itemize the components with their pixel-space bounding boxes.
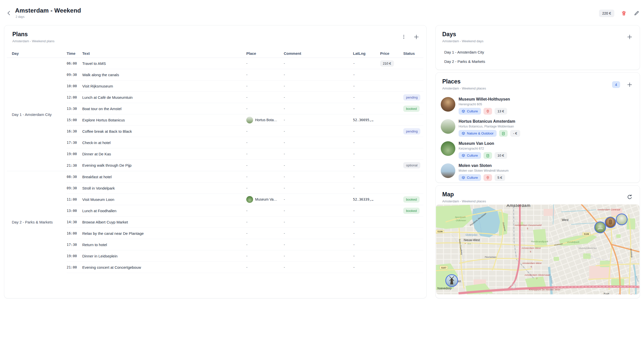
day-list-item[interactable]: Day 2 - Parks & Markets — [440, 57, 635, 66]
days-subtitle: Amsterdam - Weekend days — [442, 39, 484, 43]
place-list-item[interactable]: Hortus Botanicus Amsterdam Hortus Botani… — [440, 117, 636, 139]
plan-time: 19:00 — [67, 152, 82, 156]
map-label: Amsterdam-Slotervaart — [524, 274, 550, 276]
plan-place: - — [246, 61, 284, 65]
plan-text: Walk along the canals — [82, 73, 246, 77]
place-name: Museum Va… — [255, 197, 277, 201]
pencil-icon — [634, 11, 639, 16]
plan-latlng: - — [353, 107, 380, 111]
col-comment: Comment — [284, 51, 353, 56]
map-canvas[interactable]: S106S106S107 AmsterdamAmsterdam Centraal… — [436, 204, 639, 294]
add-day-button[interactable] — [627, 34, 633, 40]
place-badges: Culture 5 € — [459, 174, 509, 181]
plan-time: 09:30 — [67, 186, 82, 190]
table-row[interactable]: 11:00 Visit Museum Loon Museum Va… - 52.… — [67, 194, 423, 205]
plan-text: Visit Museum Loon — [82, 197, 246, 202]
col-text: Text — [82, 51, 246, 56]
map-svg: S106S106S107 AmsterdamAmsterdam Centraal… — [436, 204, 639, 294]
plan-status: booked — [403, 106, 423, 112]
plan-comment: - — [284, 175, 353, 179]
plans-table-body: Day 1 - Amsterdam City 06:00 Travel to A… — [7, 58, 423, 273]
plan-latlng: 52.36339,… — [353, 197, 380, 201]
plans-tools — [401, 34, 419, 40]
plan-day-group: Day 2 - Parks & Markets 08:30 Breakfast … — [7, 171, 423, 273]
plan-text: Lunch at Café de Museumtuin — [82, 95, 246, 100]
map-label: Amstel Business Park — [611, 293, 636, 294]
table-row[interactable]: 16:00 Relax by the canal near De Plantag… — [67, 228, 423, 239]
plans-panel: Plans Amsterdam - Weekend plans Day Time… — [4, 25, 427, 298]
refresh-map-button[interactable] — [627, 194, 633, 200]
days-panel: Days Amsterdam - Weekend days Day 1 - Am… — [435, 25, 640, 70]
place-price-badge: 10 € — [495, 152, 507, 159]
map-marker-hortus[interactable] — [616, 214, 627, 225]
plan-time: 21:00 — [67, 265, 82, 269]
plan-comment: - — [284, 141, 353, 145]
map-marker-windmill[interactable] — [446, 275, 458, 287]
map-marker-vanloon[interactable] — [595, 222, 606, 233]
road-shield-label: S107 — [441, 266, 446, 269]
table-row[interactable]: 06:00 Travel to AMS - - - 210 € — [67, 58, 423, 69]
plan-place: - — [246, 175, 284, 179]
table-row[interactable]: 15:00 Explore Hortus Botanicus Hortus Bo… — [67, 114, 423, 126]
plan-latlng: - — [353, 152, 380, 156]
plans-menu-button[interactable] — [401, 34, 407, 40]
category-badge: Culture — [459, 174, 481, 181]
table-row[interactable]: 14:30 Browse Albert Cuyp Market - - - — [67, 216, 423, 228]
table-row[interactable]: 19:00 Dinner in Leidseplein - - - — [67, 250, 423, 262]
plan-place: - — [246, 231, 284, 235]
table-row[interactable]: 12:00 Lunch at Café de Museumtuin - - - … — [67, 92, 423, 103]
plan-status: optional — [403, 162, 423, 168]
table-row[interactable]: 16:30 Coffee break at Back to Black - - … — [67, 126, 423, 137]
edit-trip-button[interactable] — [633, 10, 639, 16]
map-label: Ookmeer — [456, 219, 466, 222]
plan-text: Explore Hortus Botanicus — [82, 118, 246, 122]
add-plan-button[interactable] — [413, 34, 419, 40]
header-actions: 220 € — [599, 10, 639, 17]
place-info: Museum Van Loon Keizersgracht 672 Cultur… — [459, 141, 507, 159]
table-row[interactable]: 19:00 Dinner at De Kas - - - — [67, 148, 423, 160]
map-label: 5 m — [468, 243, 471, 245]
table-row[interactable]: 09:30 Walk along the canals - - - — [67, 69, 423, 80]
place-photo — [441, 97, 455, 112]
table-row[interactable]: 09:30 Stroll in Vondelpark - - - — [67, 183, 423, 194]
trip-duration: 2 days — [16, 15, 81, 19]
table-row[interactable]: 17:30 Return to hotel - - - — [67, 239, 423, 250]
map-label: Amsterdam-Sloten — [470, 294, 492, 294]
plan-place: - — [246, 152, 284, 156]
back-button[interactable] — [6, 10, 12, 16]
day-list-item[interactable]: Day 1 - Amsterdam City — [440, 48, 635, 57]
place-list-item[interactable]: Molen van Sloten Molen van Sloten Windmi… — [440, 161, 636, 183]
table-row[interactable]: 21:30 Evening walk through De Pijp - - -… — [67, 160, 423, 171]
place-badges: Culture 13 € — [459, 108, 510, 115]
place-list-item[interactable]: Museum Van Loon Keizersgracht 672 Cultur… — [440, 139, 636, 161]
place-photo — [441, 119, 455, 134]
plans-table-header: Day Time Text Place Comment LatLng Price… — [7, 49, 423, 58]
plan-price: 210 € — [380, 60, 403, 67]
col-place: Place — [246, 51, 284, 56]
table-row[interactable]: 17:30 Check-in at hotel - - - — [67, 137, 423, 148]
plan-text: Browse Albert Cuyp Market — [82, 220, 246, 224]
plan-comment: - — [284, 84, 353, 88]
place-photo — [246, 196, 253, 203]
pin-badge — [484, 174, 492, 181]
plan-rows: 06:00 Travel to AMS - - - 210 € 09:30 Wa… — [67, 58, 423, 171]
table-row[interactable]: 10:00 Visit Rijksmuseum - - - — [67, 80, 423, 92]
add-place-button[interactable] — [627, 82, 633, 88]
status-badge: optional — [403, 162, 420, 168]
plan-latlng: - — [353, 95, 380, 99]
table-row[interactable]: 13:00 Lunch at Foodhallen - - - booked — [67, 205, 423, 216]
table-row[interactable]: 21:00 Evening concert at Concertgebouw -… — [67, 262, 423, 273]
pin-badge — [484, 108, 492, 115]
trash-icon — [621, 11, 627, 16]
place-photo — [441, 163, 455, 178]
plan-time: 19:00 — [67, 254, 82, 258]
plan-status: pending — [403, 94, 423, 101]
category-label: Culture — [467, 176, 478, 179]
delete-trip-button[interactable] — [621, 10, 627, 16]
table-row[interactable]: 13:30 Boat tour on the Amstel - - - book… — [67, 103, 423, 114]
kebab-menu-icon — [401, 34, 407, 40]
place-list-item[interactable]: Museum Willet-Holthuysen Herengracht 605… — [440, 95, 636, 117]
table-row[interactable]: 08:30 Breakfast at hotel - - - — [67, 171, 423, 183]
category-badge: Culture — [459, 108, 481, 115]
plan-place: - — [246, 243, 284, 247]
